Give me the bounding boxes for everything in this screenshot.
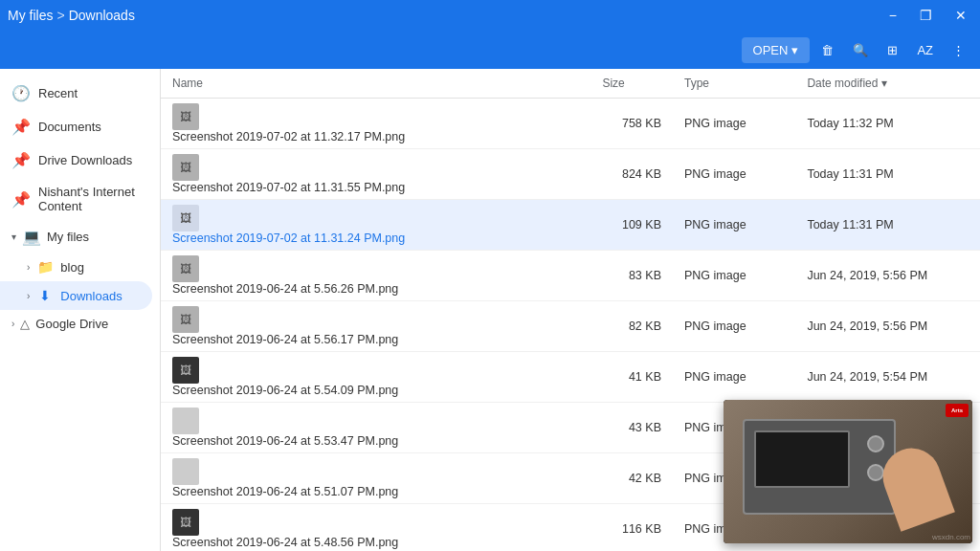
chevron-right-icon: › [27, 262, 30, 273]
file-thumbnail: 🖼 [172, 103, 199, 130]
file-date: Jun 24, 2019, 5:56 PM [795, 251, 980, 301]
breadcrumb-root[interactable]: My files [8, 8, 53, 23]
sidebar: 🕐 Recent 📌 Documents 📌 Drive Downloads 📌… [0, 69, 161, 551]
chevron-right-icon-2: › [27, 291, 30, 301]
breadcrumb: My files > Downloads [8, 8, 883, 23]
table-row[interactable]: 🖼 Screenshot 2019-06-24 at 5.54.09 PM.pn… [161, 352, 980, 403]
sidebar-item-blog[interactable]: › 📁 blog [0, 253, 152, 281]
chevron-down-icon: ▾ [11, 231, 16, 242]
file-type: PNG image [673, 200, 795, 251]
file-thumbnail [172, 458, 199, 485]
file-name-text: Screenshot 2019-06-24 at 5.54.09 PM.png [172, 384, 398, 397]
file-thumbnail: 🖼 [172, 357, 199, 384]
file-name-text: Screenshot 2019-07-02 at 11.31.55 PM.png [172, 181, 405, 194]
size-column-header[interactable]: Size [590, 69, 673, 99]
video-scene: Arts wsxdn.com [724, 400, 972, 543]
file-name-cell: 🖼 Screenshot 2019-07-02 at 11.31.55 PM.p… [172, 154, 579, 194]
table-row[interactable]: 🖼 Screenshot 2019-07-02 at 11.31.24 PM.p… [161, 200, 980, 251]
file-size: 42 KB [590, 453, 673, 504]
window-controls: − ❐ ✕ [883, 6, 972, 25]
video-preview[interactable]: Arts wsxdn.com [724, 400, 972, 543]
oven-body [743, 419, 896, 515]
sidebar-item-downloads[interactable]: › ⬇ Downloads [0, 281, 152, 310]
file-name-text: Screenshot 2019-07-02 at 11.31.24 PM.png [172, 231, 405, 245]
sidebar-google-drive-section[interactable]: › △ Google Drive [0, 310, 160, 338]
toolbar: OPEN ▾ 🗑 🔍 ⊞ AZ ⋮ [0, 31, 980, 69]
file-size: 109 KB [590, 200, 673, 251]
file-size: 41 KB [590, 352, 673, 403]
sidebar-my-files-section[interactable]: ▾ 💻 My files [0, 221, 160, 253]
name-column-header[interactable]: Name [161, 69, 590, 99]
file-size: 758 KB [590, 99, 673, 149]
file-date: Jun 24, 2019, 5:56 PM [795, 301, 980, 352]
oven-knob-1 [867, 435, 884, 452]
more-icon: ⋮ [952, 43, 965, 57]
file-name-cell: 🖼 Screenshot 2019-06-24 at 5.54.09 PM.pn… [172, 357, 579, 397]
delete-icon: 🗑 [821, 43, 834, 57]
video-preview-inner: Arts wsxdn.com [724, 400, 972, 543]
date-column-header[interactable]: Date modified ▾ [795, 69, 980, 99]
file-thumbnail: 🖼 [172, 154, 199, 181]
sidebar-item-blog-label: blog [60, 260, 84, 275]
file-size: 82 KB [590, 301, 673, 352]
sidebar-item-drive-downloads-label: Drive Downloads [38, 153, 132, 167]
my-files-icon: 💻 [22, 228, 41, 246]
file-size: 116 KB [590, 504, 673, 552]
file-thumbnail: 🖼 [172, 306, 199, 333]
table-row[interactable]: 🖼 Screenshot 2019-06-24 at 5.56.17 PM.pn… [161, 301, 980, 352]
sidebar-item-recent[interactable]: 🕐 Recent [0, 77, 152, 110]
file-date: Today 11:32 PM [795, 99, 980, 149]
file-thumbnail [172, 408, 199, 434]
more-button[interactable]: ⋮ [945, 37, 972, 63]
sidebar-item-downloads-label: Downloads [60, 289, 122, 303]
delete-button[interactable]: 🗑 [813, 37, 841, 63]
drive-downloads-icon: 📌 [11, 151, 31, 169]
file-date: Today 11:31 PM [795, 200, 980, 251]
oven-knob-2 [867, 464, 884, 481]
file-name-text: Screenshot 2019-06-24 at 5.48.56 PM.png [172, 536, 398, 549]
sidebar-item-documents[interactable]: 📌 Documents [0, 110, 152, 143]
sort-button[interactable]: AZ [909, 37, 941, 63]
cbc-logo: Arts [946, 404, 969, 417]
sidebar-item-recent-label: Recent [38, 86, 78, 100]
maximize-button[interactable]: ❐ [914, 6, 938, 25]
sidebar-item-nishant-label: Nishant's Internet Content [38, 185, 141, 213]
recent-icon: 🕐 [11, 84, 31, 102]
sidebar-my-files-label: My files [47, 230, 89, 244]
open-label: OPEN [753, 43, 789, 57]
open-button[interactable]: OPEN ▾ [742, 37, 811, 63]
file-name-cell: 🖼 Screenshot 2019-07-02 at 11.32.17 PM.p… [172, 103, 579, 143]
breadcrumb-separator: > [56, 8, 64, 23]
file-name-cell: Screenshot 2019-06-24 at 5.51.07 PM.png [172, 458, 579, 498]
table-row[interactable]: 🖼 Screenshot 2019-07-02 at 11.32.17 PM.p… [161, 99, 980, 149]
oven-window [754, 430, 850, 488]
file-name-cell: 🖼 Screenshot 2019-06-24 at 5.48.56 PM.pn… [172, 509, 579, 549]
file-type: PNG image [673, 149, 795, 200]
table-row[interactable]: 🖼 Screenshot 2019-06-24 at 5.56.26 PM.pn… [161, 251, 980, 301]
sidebar-item-nishant[interactable]: 📌 Nishant's Internet Content [0, 177, 152, 221]
search-button[interactable]: 🔍 [845, 37, 876, 63]
documents-icon: 📌 [11, 118, 31, 136]
file-name-text: Screenshot 2019-06-24 at 5.51.07 PM.png [172, 485, 398, 498]
breadcrumb-current: Downloads [69, 8, 135, 23]
file-name-text: Screenshot 2019-06-24 at 5.56.17 PM.png [172, 333, 398, 346]
grid-view-button[interactable]: ⊞ [880, 37, 905, 63]
file-size: 83 KB [590, 251, 673, 301]
file-size: 824 KB [590, 149, 673, 200]
close-button[interactable]: ✕ [949, 6, 972, 25]
file-date: Today 11:31 PM [795, 149, 980, 200]
file-name-cell: Screenshot 2019-06-24 at 5.53.47 PM.png [172, 408, 579, 448]
file-type: PNG image [673, 99, 795, 149]
sidebar-item-drive-downloads[interactable]: 📌 Drive Downloads [0, 143, 152, 177]
file-thumbnail: 🖼 [172, 509, 199, 536]
table-row[interactable]: 🖼 Screenshot 2019-07-02 at 11.31.55 PM.p… [161, 149, 980, 200]
google-drive-icon: △ [20, 317, 30, 331]
downloads-folder-icon: ⬇ [35, 288, 55, 303]
file-name-text: Screenshot 2019-07-02 at 11.32.17 PM.png [172, 130, 405, 143]
type-column-header[interactable]: Type [673, 69, 795, 99]
minimize-button[interactable]: − [883, 6, 902, 25]
file-name-text: Screenshot 2019-06-24 at 5.53.47 PM.png [172, 434, 398, 448]
file-type: PNG image [673, 352, 795, 403]
title-bar: My files > Downloads − ❐ ✕ [0, 0, 980, 31]
file-name-cell: 🖼 Screenshot 2019-07-02 at 11.31.24 PM.p… [172, 205, 579, 245]
